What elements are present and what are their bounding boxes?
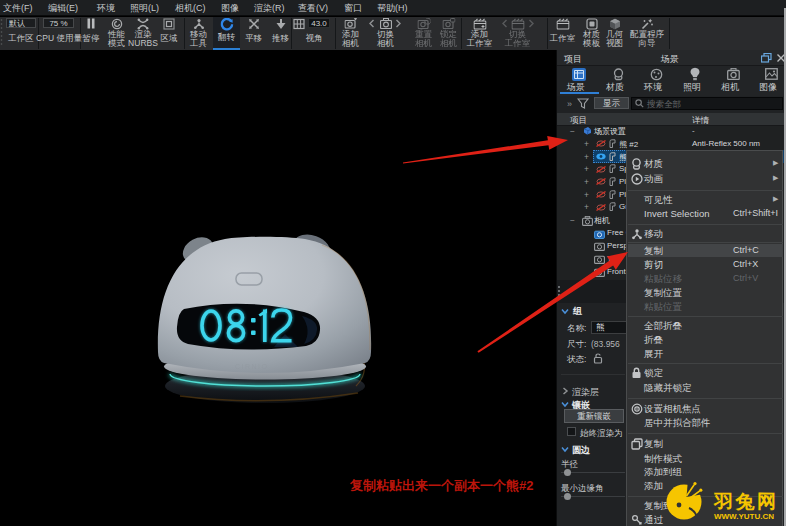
svg-text:WWW.YUTU.CN: WWW.YUTU.CN <box>714 512 774 521</box>
svg-text:CIRNIO: CIRNIO <box>235 363 269 370</box>
svg-text:羽兔网: 羽兔网 <box>713 491 779 512</box>
